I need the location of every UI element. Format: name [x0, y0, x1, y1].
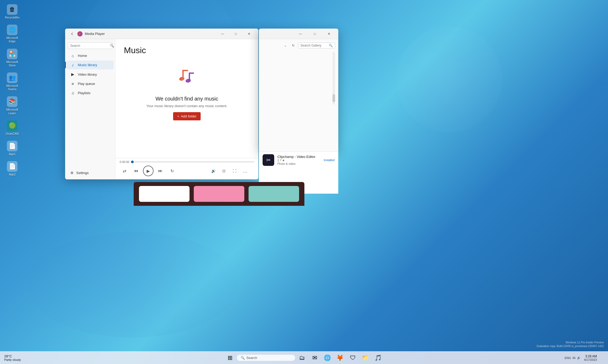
gallery-search-icon: 🔍: [329, 44, 333, 47]
app1-label: App1: [9, 152, 16, 156]
notification-area[interactable]: [600, 353, 604, 363]
minimize-button[interactable]: —: [217, 30, 229, 38]
desktop-icon-app2[interactable]: 📄 App2: [3, 160, 22, 178]
desktop-icon-recyclebin[interactable]: 🗑 RecycleBin: [3, 3, 22, 21]
taskbar-search-label: Search: [246, 356, 257, 360]
mail-icon: ✉: [312, 354, 317, 361]
appstore-item-name: Clipchamp - Video Editor: [277, 155, 321, 159]
settings-icon: ⚙: [70, 171, 74, 175]
play-pause-button[interactable]: ▶: [143, 166, 154, 176]
desktop-icon-learn[interactable]: 📚 Microsoft Learn: [3, 95, 22, 116]
sidebar-video-library-label: Video library: [78, 72, 97, 76]
appstore-item[interactable]: ✂ Clipchamp - Video Editor 2.7 ★ Photo &…: [259, 152, 338, 169]
sidebar-item-music-library[interactable]: ♪ Music library: [67, 61, 114, 69]
repeat-button[interactable]: ↻: [167, 166, 177, 176]
miniplayer-button[interactable]: ⊡: [219, 166, 229, 176]
sidebar-item-home[interactable]: ⌂ Home: [67, 51, 114, 60]
gallery-content: ⌄ ↻ 🔍: [259, 39, 338, 152]
empty-state-title: We couldn't find any music: [156, 96, 218, 102]
empty-state-description: Your music library doesn't contain any m…: [146, 104, 227, 108]
taskbar-clock[interactable]: 3:28 AM 4/17/2023: [584, 354, 597, 361]
sidebar-search-box[interactable]: 🔍: [68, 42, 112, 49]
ocan-label: OcanCAN: [6, 132, 19, 135]
add-folder-icon: +: [177, 114, 179, 118]
next-button[interactable]: ⏭: [156, 166, 165, 176]
security-icon: 🛡: [350, 354, 356, 361]
volume-tray-icon[interactable]: 🔊: [577, 356, 581, 360]
app2-label: App2: [9, 173, 16, 176]
desktop-icon-teams[interactable]: 👥 Microsoft Teams: [3, 71, 22, 93]
taskbar-mail[interactable]: ✉: [309, 352, 321, 364]
bottom-partial-panel: [134, 182, 304, 206]
gallery-close-button[interactable]: ✕: [323, 30, 335, 38]
taskbar-security[interactable]: 🛡: [347, 352, 359, 364]
previous-button[interactable]: ⏮: [131, 166, 141, 176]
taskbar: 28°C Partly cloudy ⊞ 🔍 Search 🗂 ✉ 🌐 🦊 🛡 …: [0, 351, 608, 364]
windows-logo-icon: ⊞: [228, 354, 232, 361]
sidebar-item-playlists[interactable]: ♫ Playlists: [67, 89, 114, 97]
music-library-icon: ♪: [70, 63, 75, 67]
add-folder-button[interactable]: + Add folder: [173, 112, 201, 120]
sidebar-item-play-queue[interactable]: ≡ Play queue: [67, 79, 114, 88]
progress-bar[interactable]: [132, 161, 254, 162]
shuffle-button[interactable]: ⇄: [120, 166, 129, 176]
gallery-scrollbar-thumb[interactable]: [332, 94, 335, 102]
task-view-icon: 🗂: [299, 354, 305, 361]
window-controls: — □ ✕: [217, 30, 255, 38]
appstore-item-rating: 2.7 ★: [277, 159, 321, 162]
maximize-button[interactable]: □: [230, 30, 242, 38]
recyclebin-label: RecycleBin: [5, 16, 19, 19]
taskbar-weather[interactable]: 28°C Partly cloudy: [4, 354, 21, 361]
fullscreen-button[interactable]: ⛶: [230, 166, 239, 176]
svg-rect-6: [189, 72, 194, 74]
sidebar-item-settings[interactable]: ⚙ Settings: [67, 169, 114, 177]
app-title: Media Player: [85, 32, 217, 36]
sidebar-play-queue-label: Play queue: [78, 82, 95, 86]
evaluation-watermark: Windows 11 Pro Insider Preview Evaluatio…: [537, 341, 604, 348]
taskbar-search-box[interactable]: 🔍 Search: [237, 355, 295, 361]
desktop-icon-edge[interactable]: 🌐 Microsoft Edge: [3, 23, 22, 45]
back-button[interactable]: [68, 30, 76, 38]
sidebar-search-input[interactable]: [70, 44, 110, 48]
taskbar-files[interactable]: 📁: [360, 352, 371, 364]
gallery-search-input[interactable]: [300, 44, 329, 47]
clipchamp-icon: ✂: [263, 154, 274, 166]
more-options-button[interactable]: …: [240, 166, 250, 176]
page-title: Music: [124, 46, 250, 55]
gallery-search-box[interactable]: 🔍: [298, 43, 335, 48]
taskbar-media-player[interactable]: 🎵: [372, 352, 384, 364]
volume-button[interactable]: 🔊: [209, 166, 218, 176]
taskbar-task-view[interactable]: 🗂: [296, 352, 308, 364]
add-folder-label: Add folder: [181, 114, 196, 118]
desktop-icon-ocan[interactable]: 🟢 OcanCAN: [3, 119, 22, 137]
desktop-icon-app1[interactable]: 📄 App1: [3, 139, 22, 157]
desktop-icons-container: 🗑 RecycleBin 🌐 Microsoft Edge 🏪 Microsof…: [0, 0, 24, 180]
appstore-item-category: Photo & video: [277, 162, 321, 165]
player-bar: 0:00:00 ⇄ ⏮ ▶ ⏭ ↻ 🔊: [115, 158, 258, 179]
gallery-minimize-button[interactable]: —: [294, 30, 307, 38]
edge-label: Microsoft Edge: [4, 36, 21, 43]
bottom-card-teal: [249, 186, 299, 202]
recyclebin-icon: 🗑: [7, 4, 17, 15]
gallery-maximize-button[interactable]: □: [309, 30, 321, 38]
store-label: Microsoft Store: [4, 60, 21, 67]
gallery-sort-button[interactable]: ⌄: [282, 42, 289, 49]
gallery-refresh-button[interactable]: ↻: [290, 42, 296, 49]
title-bar: ♪ Media Player — □ ✕: [65, 29, 258, 39]
taskbar-center-icons: ⊞ 🔍 Search 🗂 ✉ 🌐 🦊 🛡 📁 🎵: [224, 352, 384, 364]
bottom-card-white: [139, 186, 190, 202]
taskbar-start-button[interactable]: ⊞: [224, 352, 236, 364]
appstore-item-status: Installed: [324, 158, 335, 162]
taskbar-firefox[interactable]: 🦊: [334, 352, 346, 364]
weather-condition: Partly cloudy: [4, 358, 21, 361]
close-button[interactable]: ✕: [243, 30, 255, 38]
sidebar-item-video-library[interactable]: ▶ Video library: [67, 70, 114, 79]
play-queue-icon: ≡: [70, 81, 75, 86]
sidebar-home-label: Home: [78, 54, 87, 58]
gallery-scrollbar[interactable]: [332, 52, 335, 105]
files-icon: 📁: [362, 354, 369, 361]
taskbar-system-tray: ENG IN 🔊 3:28 AM 4/17/2023: [565, 353, 604, 363]
gallery-scroll-area: [262, 52, 335, 105]
taskbar-edge[interactable]: 🌐: [322, 352, 333, 364]
desktop-icon-store[interactable]: 🏪 Microsoft Store: [3, 47, 22, 69]
